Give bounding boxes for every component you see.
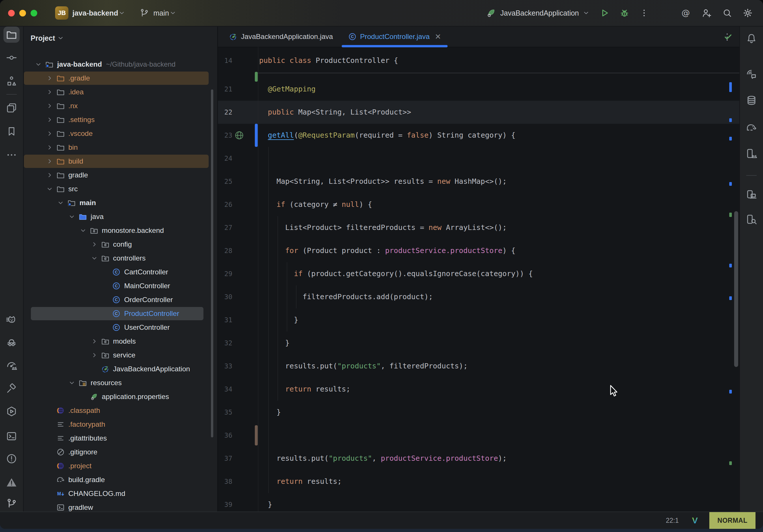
code-line-31[interactable]: 31} [218,308,739,332]
stripe-mark-blue[interactable] [729,390,732,393]
code-line-36[interactable]: 36 [218,424,739,447]
commit-icon[interactable] [3,50,20,66]
stripe-mark-blue[interactable] [729,182,732,186]
database-icon[interactable] [743,92,760,108]
tree-scrollbar[interactable] [211,89,213,437]
structure-icon[interactable] [3,73,20,89]
tree-chevron-closed-icon[interactable] [46,171,54,179]
running-devices-icon[interactable] [743,146,760,161]
line-number[interactable]: 31 [218,308,232,332]
profiler-gauge-icon[interactable] [3,357,20,373]
line-number[interactable]: 23 [218,124,232,147]
tree-item-java-backend[interactable]: java-backend~/Github/java-backend [24,57,217,71]
code-line-25[interactable]: 25Map<String, List<Product>> results = n… [218,170,739,193]
code-line-29[interactable]: 29if (product.getCategory().equalsIgnore… [218,262,739,285]
code-line-37[interactable]: 37results.put("products", productService… [218,447,739,470]
app-inspection-spy-icon[interactable] [3,334,20,350]
editor-tab-javabackendapplication-java[interactable]: JavaBackendApplication.java [221,27,341,47]
tree-chevron-closed-icon[interactable] [46,102,54,110]
tree-item-changelog-md[interactable]: MCHANGELOG.md [24,487,217,500]
stripe-mark-green[interactable] [729,213,732,217]
bookmarks-icon[interactable] [3,123,20,139]
tree-item-cartcontroller[interactable]: CCartController [24,265,217,279]
more-horizontal-icon[interactable] [3,147,20,163]
tree-item--classpath[interactable]: .classpath [24,404,217,417]
line-number[interactable]: 27 [218,216,232,239]
tree-item--settings[interactable]: .settings [24,113,217,127]
tree-chevron-open-icon[interactable] [46,185,54,193]
tree-item-gradle[interactable]: gradle [24,168,217,182]
project-name-menu[interactable]: java-backend [72,9,118,17]
stripe-mark-blue[interactable] [729,264,732,267]
branch-menu[interactable]: main [153,9,169,17]
line-number[interactable]: 30 [218,285,232,308]
gradle-elephant-icon[interactable] [743,120,760,136]
code-line-14[interactable]: 14public class ProductController { [218,49,739,72]
ai-mention-icon[interactable]: @ [680,7,692,19]
tree-item-gradlew[interactable]: gradlew [24,500,217,512]
settings-button[interactable] [742,8,753,19]
line-number[interactable]: 29 [218,262,232,285]
tree-item-application-properties[interactable]: application.properties [24,390,217,404]
tree-chevron-open-icon[interactable] [68,379,76,386]
tree-chevron-closed-icon[interactable] [46,158,54,165]
line-number[interactable]: 25 [218,170,232,193]
tree-item--gitignore[interactable]: .gitignore [24,445,217,459]
inspections-ok-icon[interactable] [723,32,733,42]
line-number[interactable]: 22 [218,101,232,124]
tree-chevron-closed-icon[interactable] [46,74,54,82]
tree-item-models[interactable]: models [24,334,217,348]
services-hexagon-icon[interactable] [3,403,20,419]
terminal-icon[interactable] [3,428,20,444]
minimize-window-button[interactable] [19,10,26,16]
tree-item-src[interactable]: src [24,182,217,196]
line-number[interactable]: 28 [218,239,232,262]
add-user-button[interactable] [701,8,712,19]
tree-item--factorypath[interactable]: .factorypath [24,417,217,431]
stripe-mark-blue[interactable] [729,137,732,141]
tree-item-build[interactable]: build [24,154,217,168]
code-line-34[interactable]: 34return results; [218,378,739,401]
debug-button[interactable] [619,8,630,18]
line-number[interactable]: 35 [218,401,232,424]
code-line-33[interactable]: 33results.put("products", filteredProduc… [218,355,739,378]
frames-icon[interactable] [3,100,20,116]
code-line-21[interactable]: 21@GetMapping [218,78,739,101]
warning-triangle-icon[interactable] [3,474,20,490]
endpoint-globe-icon[interactable] [234,130,245,141]
code-line-27[interactable]: 27List<Product> filteredProducts = new A… [218,216,739,239]
vim-mode-badge[interactable]: NORMAL [709,512,755,529]
tree-item-config[interactable]: config [24,238,217,251]
tree-item--vscode[interactable]: .vscode [24,127,217,141]
tree-chevron-closed-icon[interactable] [46,116,54,124]
editor-surface[interactable]: 14public class ProductController {21@Get… [218,47,739,512]
line-number[interactable]: 14 [218,49,232,72]
tree-item--gitattributes[interactable]: .gitattributes [24,431,217,445]
run-configuration[interactable]: JavaBackendApplication [486,8,590,18]
line-number[interactable]: 24 [218,147,232,170]
tree-chevron-open-icon[interactable] [91,255,98,262]
search-everywhere-button[interactable] [722,8,732,18]
code-line-38[interactable]: 38return results; [218,470,739,493]
code-line-32[interactable]: 32} [218,332,739,355]
close-window-button[interactable] [8,10,15,16]
tree-chevron-closed-icon[interactable] [91,351,98,359]
code-line-28[interactable]: 28for (Product product : productService.… [218,239,739,262]
tree-chevron-closed-icon[interactable] [46,130,54,137]
stripe-mark-blue[interactable] [729,296,732,300]
tree-item-build-gradle[interactable]: build.gradle [24,473,217,487]
tree-item--gradle[interactable]: .gradle [24,71,217,85]
tree-chevron-open-icon[interactable] [68,213,76,220]
logcat-cat-icon[interactable] [3,311,20,327]
tree-chevron-open-icon[interactable] [35,60,42,68]
tree-chevron-open-icon[interactable] [57,199,64,207]
close-tab-button[interactable]: ✕ [435,32,441,41]
project-panel-title[interactable]: Project [31,34,55,43]
code-line-30[interactable]: 30filteredProducts.add(product); [218,285,739,308]
line-number[interactable]: 36 [218,424,232,447]
device-manager-icon[interactable] [743,187,760,203]
tree-item-ordercontroller[interactable]: COrderController [24,293,217,307]
editor-scrollbar[interactable] [734,211,738,367]
tree-item-resources[interactable]: resources [24,376,217,390]
project-folder-icon[interactable] [3,27,20,43]
